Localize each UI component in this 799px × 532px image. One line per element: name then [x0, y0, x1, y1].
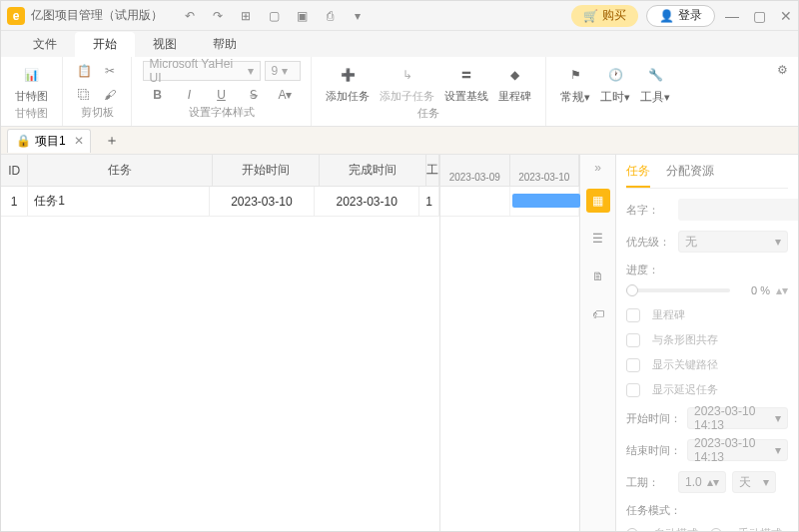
- brush-icon[interactable]: 🖌: [99, 85, 121, 105]
- close-icon[interactable]: ✕: [780, 8, 792, 24]
- login-button[interactable]: 👤登录: [646, 5, 715, 27]
- fontstyle-group-label: 设置字体样式: [189, 105, 255, 122]
- app-title: 亿图项目管理（试用版）: [31, 7, 163, 24]
- stepper-icon[interactable]: ▴▾: [707, 475, 719, 489]
- baseline-button[interactable]: 〓设置基线: [440, 61, 492, 106]
- tab-file[interactable]: 文件: [15, 32, 75, 57]
- slider-handle[interactable]: [626, 284, 638, 296]
- baseline-label: 设置基线: [444, 89, 488, 104]
- buy-button[interactable]: 🛒 购买: [571, 5, 638, 27]
- col-dur[interactable]: 工: [426, 155, 439, 186]
- milestone-button[interactable]: ◆里程碑: [494, 61, 535, 106]
- minimize-icon[interactable]: ―: [725, 8, 739, 24]
- name-input[interactable]: [678, 199, 798, 221]
- chevron-down-icon: ▾: [775, 443, 781, 457]
- gantt-date: 2023-03-10: [510, 155, 580, 186]
- gantt-row[interactable]: [440, 187, 579, 217]
- doc-tab[interactable]: 🔒 项目1 ✕: [7, 129, 91, 153]
- auto-label: 自动模式: [654, 526, 698, 532]
- tab-help[interactable]: 帮助: [195, 32, 255, 57]
- dur-unit-select[interactable]: 天▾: [732, 471, 776, 493]
- save-icon[interactable]: ▣: [295, 9, 309, 23]
- col-end[interactable]: 完成时间: [320, 155, 426, 186]
- maximize-icon[interactable]: ▢: [753, 8, 766, 24]
- progress-label: 进度：: [626, 263, 788, 277]
- start-value: 2023-03-10 14:13: [694, 404, 775, 432]
- collapse-icon[interactable]: »: [594, 161, 601, 175]
- font-name: Microsoft YaHei UI: [150, 57, 244, 85]
- cell-start[interactable]: 2023-03-10: [210, 187, 315, 216]
- priority-label: 优先级：: [626, 235, 672, 250]
- italic-icon[interactable]: I: [179, 85, 201, 105]
- priority-select[interactable]: 无▾: [678, 231, 788, 253]
- rail-tag-icon[interactable]: 🏷: [586, 302, 610, 326]
- addtask-label: 添加任务: [326, 89, 370, 104]
- manual-radio[interactable]: [710, 528, 722, 533]
- rail-list-icon[interactable]: ☰: [586, 227, 610, 251]
- tab-start[interactable]: 开始: [75, 32, 135, 57]
- panel-tab-task[interactable]: 任务: [626, 163, 650, 188]
- subtask-button[interactable]: ↳添加子任务: [376, 61, 438, 106]
- cell-end[interactable]: 2023-03-10: [315, 187, 419, 216]
- ribbon: ⚙ 📊 甘特图 甘特图 📋 ✂ ⿻ 🖌 剪切板 Microsoft YaHei …: [1, 57, 798, 127]
- table-row[interactable]: 1 任务1 2023-03-10 2023-03-10 1: [1, 187, 439, 217]
- milestone-checkbox[interactable]: [626, 308, 640, 322]
- end-select[interactable]: 2023-03-10 14:13▾: [687, 439, 788, 461]
- open-icon[interactable]: ▢: [267, 9, 281, 23]
- progress-slider[interactable]: [626, 288, 730, 292]
- fontsize-select[interactable]: 9▾: [265, 61, 301, 81]
- subtask-icon: ↳: [396, 63, 419, 87]
- gear-icon[interactable]: ⚙: [777, 63, 788, 77]
- general-label: 常规▾: [560, 89, 590, 106]
- print-icon[interactable]: ⎙: [323, 9, 337, 23]
- delayed-checkbox[interactable]: [626, 383, 640, 397]
- rail-task-icon[interactable]: ▦: [586, 189, 610, 213]
- stepper-icon[interactable]: ▴▾: [776, 283, 788, 297]
- gantt-group-label: 甘特图: [15, 106, 48, 123]
- gantt-bar[interactable]: [512, 194, 581, 208]
- col-id[interactable]: ID: [1, 155, 28, 186]
- user-icon: 👤: [659, 9, 674, 23]
- copy-icon[interactable]: ⿻: [73, 85, 95, 105]
- close-tab-icon[interactable]: ✕: [74, 134, 84, 148]
- auto-radio[interactable]: [626, 528, 638, 533]
- cell-dur[interactable]: 1: [419, 187, 439, 216]
- fontcolor-icon[interactable]: A▾: [275, 85, 297, 105]
- new-icon[interactable]: ⊞: [239, 9, 253, 23]
- addtask-button[interactable]: ➕添加任务: [322, 61, 374, 106]
- gantt-chart: 2023-03-09 2023-03-10: [440, 155, 580, 532]
- more-icon[interactable]: ▾: [351, 9, 365, 23]
- tools-button[interactable]: 🔧工具▾: [636, 61, 674, 108]
- strike-icon[interactable]: S̶: [243, 85, 265, 105]
- mode-label: 任务模式：: [626, 503, 788, 518]
- cell-task[interactable]: 任务1: [28, 187, 209, 216]
- barshare-checkbox[interactable]: [626, 333, 640, 347]
- panel-tab-alloc[interactable]: 分配资源: [666, 163, 714, 188]
- critpath-checkbox[interactable]: [626, 358, 640, 372]
- start-select[interactable]: 2023-03-10 14:13▾: [687, 407, 788, 429]
- col-task[interactable]: 任务: [28, 155, 213, 186]
- dur-input[interactable]: 1.0▴▾: [678, 471, 726, 493]
- gantt-label: 甘特图: [15, 89, 48, 104]
- paste-icon[interactable]: 📋: [73, 61, 95, 81]
- col-start[interactable]: 开始时间: [213, 155, 320, 186]
- gantt-icon: 📊: [20, 63, 44, 87]
- addtask-icon: ➕: [336, 63, 360, 87]
- add-tab-button[interactable]: ＋: [105, 132, 119, 150]
- worktime-button[interactable]: 🕐工时▾: [596, 61, 634, 108]
- cut-icon[interactable]: ✂: [99, 61, 121, 81]
- end-value: 2023-03-10 14:13: [694, 436, 775, 464]
- tab-view[interactable]: 视图: [135, 32, 195, 57]
- underline-icon[interactable]: U: [211, 85, 233, 105]
- general-button[interactable]: ⚑常规▾: [556, 61, 594, 108]
- redo-icon[interactable]: ↷: [211, 9, 225, 23]
- properties-panel: 任务 分配资源 名字： 优先级：无▾ 进度： 0 % ▴▾ 里程碑 与条形图共存…: [616, 155, 798, 532]
- manual-label: 手动模式: [738, 526, 782, 532]
- font-select[interactable]: Microsoft YaHei UI▾: [143, 61, 261, 81]
- chevron-down-icon: ▾: [775, 235, 781, 249]
- gantt-button[interactable]: 📊 甘特图: [11, 61, 52, 106]
- task-table: ID 任务 开始时间 完成时间 工 1 任务1 2023-03-10 2023-…: [1, 155, 440, 532]
- bold-icon[interactable]: B: [147, 85, 169, 105]
- undo-icon[interactable]: ↶: [183, 9, 197, 23]
- rail-doc-icon[interactable]: 🗎: [586, 265, 610, 288]
